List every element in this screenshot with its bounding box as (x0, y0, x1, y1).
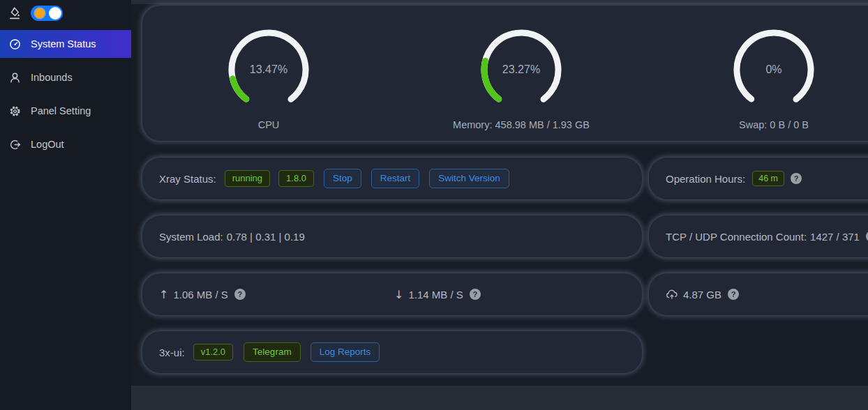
row-app: 3x-ui: v1.2.0 Telegram Log Reports (142, 331, 868, 373)
system-load-card: System Load: 0.78 | 0.31 | 0.19 (142, 215, 642, 257)
row-load: System Load: 0.78 | 0.31 | 0.19 TCP / UD… (142, 215, 868, 257)
memory-percent: 23.27% (479, 63, 563, 76)
connection-count-value: 1427 / 371 (810, 231, 860, 243)
switch-version-button[interactable]: Switch Version (429, 169, 509, 188)
operation-hours-card: Operation Hours: 46 m ? (649, 158, 868, 199)
sidebar-header (0, 0, 131, 25)
app-name-label: 3x-ui: (159, 347, 185, 358)
swap-gauge-ring: 0% (732, 28, 816, 112)
row-xray: Xray Status: running 1.8.0 Stop Restart … (142, 158, 868, 199)
sidebar-item-label: System Status (31, 38, 96, 50)
stop-button[interactable]: Stop (324, 169, 361, 188)
help-icon[interactable]: ? (791, 173, 802, 184)
telegram-button[interactable]: Telegram (244, 342, 301, 361)
help-icon[interactable]: ? (470, 289, 481, 300)
sun-icon (35, 8, 45, 18)
row-network: ↑ 1.06 MB / S ? ↓ 1.14 MB / S ? (142, 273, 868, 315)
total-traffic-value: 4.87 GB (683, 289, 721, 301)
bg-colors-icon[interactable] (8, 6, 22, 20)
arrow-up-icon: ↑ (159, 288, 168, 301)
sidebar-item-logout[interactable]: LogOut (0, 130, 131, 158)
sidebar-nav: System Status Inbounds Panel Setting (0, 30, 131, 158)
gear-icon (9, 105, 21, 117)
download-speed-value: 1.14 MB / S (408, 289, 463, 301)
network-speed-card: ↑ 1.06 MB / S ? ↓ 1.14 MB / S ? (142, 273, 642, 315)
system-load-value: 0.78 | 0.31 | 0.19 (227, 231, 305, 243)
swap-label: Swap: 0 B / 0 B (739, 119, 809, 130)
xray-status-label: Xray Status: (159, 173, 216, 185)
gauge-cpu: 13.47% CPU (142, 6, 395, 141)
app-version-badge: v1.2.0 (193, 344, 233, 360)
xray-version-badge: 1.8.0 (278, 170, 314, 187)
restart-button[interactable]: Restart (371, 169, 420, 188)
cpu-label: CPU (258, 119, 280, 130)
sidebar-item-label: Inbounds (31, 72, 73, 83)
operation-hours-label: Operation Hours: (666, 173, 745, 185)
cpu-percent: 13.47% (227, 63, 310, 76)
memory-gauge-ring: 23.27% (479, 28, 563, 112)
swap-percent: 0% (732, 63, 816, 76)
theme-toggle[interactable] (31, 6, 63, 21)
upload-speed: ↑ 1.06 MB / S ? (159, 288, 246, 301)
operation-hours-badge: 46 m (752, 171, 784, 186)
toggle-knob (49, 7, 61, 20)
connection-count-card: TCP / UDP Connection Count: 1427 / 371 ? (649, 215, 868, 257)
cpu-gauge-ring: 13.47% (227, 28, 310, 112)
memory-label: Memory: 458.98 MB / 1.93 GB (453, 119, 590, 130)
sidebar-item-label: LogOut (31, 139, 64, 150)
xray-status-badge: running (225, 170, 270, 187)
cloud-upload-icon (666, 289, 678, 300)
gauge-memory: 23.27% Memory: 458.98 MB / 1.93 GB (395, 6, 648, 141)
sidebar-item-inbounds[interactable]: Inbounds (0, 63, 131, 91)
sidebar-item-label: Panel Setting (31, 105, 91, 116)
connection-count-label: TCP / UDP Connection Count: (666, 231, 807, 243)
system-load-label: System Load: (159, 231, 223, 243)
content: 13.47% CPU 23.27% Memory: 458.98 MB / 1.… (142, 6, 868, 389)
download-speed: ↓ 1.14 MB / S ? (394, 288, 481, 301)
sidebar-item-panel-setting[interactable]: Panel Setting (0, 97, 131, 125)
help-icon[interactable]: ? (728, 289, 739, 300)
sidebar: System Status Inbounds Panel Setting (0, 0, 131, 410)
total-traffic-card: 4.87 GB ? (649, 273, 868, 315)
arrow-down-icon: ↓ (394, 288, 403, 301)
gauge-swap: 0% Swap: 0 B / 0 B (648, 6, 868, 141)
dashboard-icon (9, 38, 21, 50)
xray-status-card: Xray Status: running 1.8.0 Stop Restart … (142, 158, 642, 199)
logout-icon (9, 139, 21, 151)
main-area: 13.47% CPU 23.27% Memory: 458.98 MB / 1.… (131, 0, 868, 410)
user-icon (9, 72, 21, 84)
resource-gauges-card: 13.47% CPU 23.27% Memory: 458.98 MB / 1.… (142, 6, 868, 141)
log-reports-button[interactable]: Log Reports (310, 342, 380, 361)
sidebar-item-system-status[interactable]: System Status (0, 30, 131, 58)
help-icon[interactable]: ? (234, 289, 246, 300)
upload-speed-value: 1.06 MB / S (173, 289, 227, 301)
app-version-card: 3x-ui: v1.2.0 Telegram Log Reports (142, 331, 642, 373)
